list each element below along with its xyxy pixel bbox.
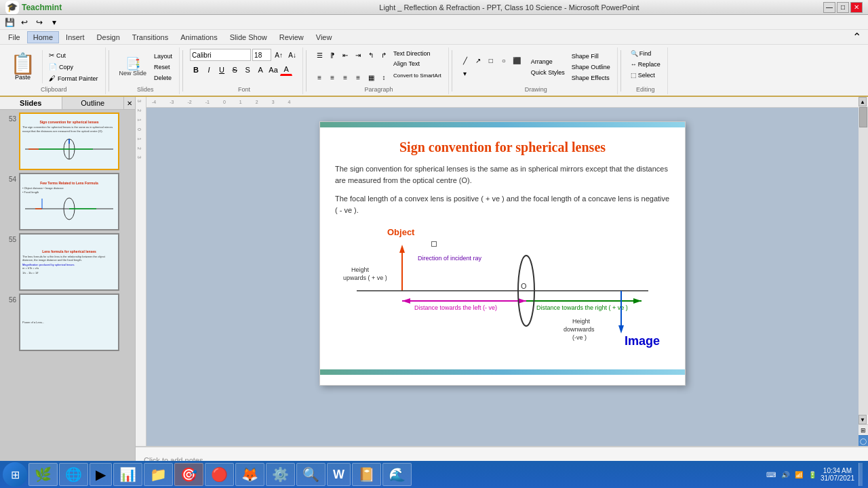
qat-undo-button[interactable]: ↩ (18, 16, 31, 28)
shape-more-button[interactable]: ▾ (459, 67, 471, 79)
slide-thumb-55[interactable]: 55 Lens formula for spherical lenses The… (3, 233, 132, 291)
numbering-button[interactable]: ⁋ (326, 49, 338, 61)
menu-home[interactable]: Home (27, 31, 59, 43)
replace-button[interactable]: ↔Replace (628, 60, 663, 69)
taskbar-browser1[interactable]: 🌐 (59, 463, 88, 486)
bold-button[interactable]: B (190, 64, 202, 76)
menu-insert[interactable]: Insert (60, 32, 90, 43)
right-panel-icon-1[interactable]: ⊞ (859, 424, 868, 435)
line-spacing-button[interactable]: ↕ (378, 71, 390, 83)
clock-area[interactable]: 10:34 AM 31/07/2021 (821, 467, 854, 482)
change-case-button[interactable]: Aa (267, 64, 279, 76)
scroll-down-button[interactable]: ▼ (859, 415, 867, 424)
scroll-track[interactable] (859, 106, 868, 415)
layout-button[interactable]: Layout (151, 52, 175, 61)
shape-rect-button[interactable]: □ (485, 54, 497, 66)
taskbar-files[interactable]: 📁 (144, 463, 173, 486)
start-button[interactable]: ⊞ (3, 462, 27, 487)
taskbar-word[interactable]: W (327, 463, 351, 486)
canvas-scroll-area[interactable]: Sign convention for spherical lenses The… (146, 108, 859, 446)
menu-view[interactable]: View (311, 32, 338, 43)
ltr-button[interactable]: ↱ (378, 49, 390, 61)
qat-redo-button[interactable]: ↪ (33, 16, 46, 28)
shape-line-button[interactable]: ╱ (459, 54, 471, 66)
font-color-button[interactable]: A (280, 64, 292, 76)
shape-outline-button[interactable]: Shape Outline (569, 62, 613, 72)
minimize-button[interactable]: — (823, 2, 835, 13)
panel-close-button[interactable]: ✕ (124, 97, 135, 109)
slide-canvas[interactable]: Sign convention for spherical lenses The… (319, 121, 686, 386)
slide-preview-56[interactable]: Power of a Lens... (19, 293, 119, 351)
rtl-button[interactable]: ↰ (365, 49, 377, 61)
copy-button[interactable]: 📄Copy (46, 62, 101, 72)
menu-animations[interactable]: Animations (175, 32, 222, 43)
underline-button[interactable]: U (216, 64, 228, 76)
bullets-button[interactable]: ☰ (313, 49, 326, 61)
slide-thumb-54[interactable]: 54 Few Terms Related to Lens Formula • O… (3, 173, 132, 230)
taskbar-media[interactable]: ▶ (90, 463, 112, 486)
align-right-button[interactable]: ≡ (339, 71, 351, 83)
tab-outline[interactable]: Outline (62, 97, 125, 109)
increase-indent-button[interactable]: ⇥ (352, 49, 364, 61)
paste-button[interactable]: 📋 Paste (7, 52, 39, 83)
taskbar-settings[interactable]: ⚙️ (266, 463, 295, 486)
convert-smartart-button[interactable]: Convert to SmartArt (391, 71, 444, 83)
taskbar-firefox[interactable]: 🦊 (235, 463, 264, 486)
char-spacing-button[interactable]: A (254, 64, 267, 76)
taskbar-adobe[interactable]: 🔴 (205, 463, 234, 486)
taskbar-chrome[interactable]: 🌊 (382, 463, 412, 486)
font-size-input[interactable] (252, 49, 271, 61)
italic-button[interactable]: I (203, 64, 215, 76)
new-slide-button[interactable]: 📑 New Slide (116, 56, 151, 79)
shape-arrow-button[interactable]: ↗ (472, 54, 484, 66)
quick-styles-button[interactable]: Quick Styles (528, 68, 568, 77)
shape-block-button[interactable]: ⬛ (511, 54, 523, 66)
maximize-button[interactable]: □ (837, 2, 849, 13)
menu-file[interactable]: File (3, 32, 26, 43)
shape-fill-button[interactable]: Shape Fill (569, 52, 613, 61)
shape-effects-button[interactable]: Shape Effects (569, 73, 613, 83)
menu-slide-show[interactable]: Slide Show (224, 32, 273, 43)
align-text-button[interactable]: Align Text (391, 59, 433, 68)
taskbar-onenote[interactable]: 📔 (352, 463, 381, 486)
taskbar-excel[interactable]: 📊 (113, 463, 142, 486)
window-controls[interactable]: — □ ✕ (823, 2, 863, 13)
arrange-button[interactable]: Arrange (528, 57, 568, 66)
taskbar-powerpoint[interactable]: 🎯 (174, 463, 203, 486)
menu-review[interactable]: Review (274, 32, 309, 43)
slide-preview-55[interactable]: Lens formula for spherical lenses The le… (19, 233, 119, 291)
select-button[interactable]: ⬚Select (628, 70, 663, 80)
menu-design[interactable]: Design (92, 32, 125, 43)
slide-thumb-53[interactable]: 53 Sign convention for spherical lenses … (3, 113, 132, 170)
decrease-font-button[interactable]: A↓ (286, 49, 298, 61)
font-name-input[interactable] (190, 49, 251, 61)
close-button[interactable]: ✕ (850, 2, 863, 13)
strikethrough-button[interactable]: S (229, 64, 241, 76)
cut-button[interactable]: ✂Cut (46, 50, 101, 60)
justify-button[interactable]: ≡ (352, 71, 364, 83)
show-desktop-button[interactable] (859, 463, 863, 486)
taskbar-teachmint[interactable]: 🌿 (28, 463, 58, 486)
qat-save-button[interactable]: 💾 (3, 16, 16, 28)
reset-button[interactable]: Reset (151, 62, 175, 72)
increase-font-button[interactable]: A↑ (273, 49, 285, 61)
delete-button[interactable]: Delete (151, 73, 175, 83)
align-left-button[interactable]: ≡ (313, 71, 326, 83)
qat-dropdown-button[interactable]: ▾ (47, 16, 61, 28)
shape-oval-button[interactable]: ○ (498, 54, 510, 66)
scroll-up-button[interactable]: ▲ (859, 97, 867, 106)
slide-thumb-56[interactable]: 56 Power of a Lens... (3, 293, 132, 351)
align-center-button[interactable]: ≡ (326, 71, 338, 83)
menu-transitions[interactable]: Transitions (127, 32, 174, 43)
format-painter-button[interactable]: 🖌Format Painter (46, 73, 101, 83)
col-button[interactable]: ▦ (365, 71, 377, 83)
shadow-button[interactable]: S (241, 64, 254, 76)
right-panel-icon-2[interactable]: ◯ (859, 435, 868, 446)
slide-preview-53[interactable]: Sign convention for spherical lenses The… (19, 113, 119, 170)
tab-slides[interactable]: Slides (0, 97, 62, 109)
ribbon-collapse-button[interactable]: ⌃ (848, 29, 865, 45)
find-button[interactable]: 🔍Find (628, 49, 663, 58)
slide-preview-54[interactable]: Few Terms Related to Lens Formula • Obje… (19, 173, 119, 230)
text-direction-button[interactable]: Text Direction (391, 49, 433, 58)
taskbar-search[interactable]: 🔍 (296, 463, 326, 486)
